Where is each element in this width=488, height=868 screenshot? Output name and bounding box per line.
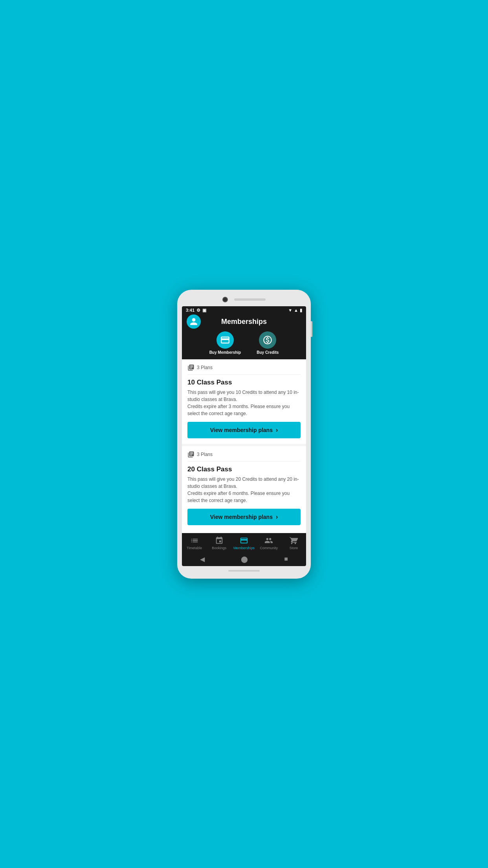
- header-top: Memberships: [187, 318, 301, 326]
- phone-device: 3:41 ⚙ ▣ ▼ ▲ ▮ Memberships: [177, 290, 311, 579]
- nav-label-memberships: Memberships: [233, 546, 255, 550]
- card-desc2-line2: Credits expire after 6 months. Please en…: [187, 491, 290, 503]
- membership-card-1: 3 Plans 10 Class Pass This pass will giv…: [182, 359, 306, 444]
- card-desc1-line1: This pass will give you 10 Credits to at…: [187, 390, 299, 402]
- nav-item-timetable[interactable]: Timetable: [182, 536, 207, 550]
- bottom-indicator: [228, 570, 260, 572]
- view-plans-button-1[interactable]: View membership plans ›: [187, 422, 301, 438]
- camera: [222, 297, 228, 302]
- plans-badge-2: 3 Plans: [187, 451, 301, 462]
- community-icon: [264, 536, 273, 545]
- buy-credits-button[interactable]: Buy Credits: [257, 331, 279, 355]
- power-button: [311, 321, 312, 337]
- status-bar: 3:41 ⚙ ▣ ▼ ▲ ▮: [182, 306, 306, 314]
- buy-credits-label: Buy Credits: [257, 350, 279, 355]
- nav-label-timetable: Timetable: [187, 546, 202, 550]
- phone-screen: 3:41 ⚙ ▣ ▼ ▲ ▮ Memberships: [182, 306, 306, 566]
- card-title-2: 20 Class Pass: [187, 465, 301, 473]
- header-actions: Buy Membership Buy Credits: [209, 331, 279, 355]
- app-header: Memberships Buy Membership: [182, 314, 306, 359]
- main-content: 3 Plans 10 Class Pass This pass will giv…: [182, 359, 306, 531]
- buy-membership-button[interactable]: Buy Membership: [209, 331, 241, 355]
- chevron-right-icon-2: ›: [276, 513, 278, 520]
- signal-icon: ▲: [294, 308, 298, 313]
- settings-icon: ⚙: [196, 308, 200, 313]
- battery-icon: ▮: [300, 308, 302, 313]
- nav-item-store[interactable]: Store: [281, 536, 306, 550]
- card-title-1: 10 Class Pass: [187, 379, 301, 386]
- page-title: Memberships: [221, 318, 267, 326]
- store-icon: [289, 536, 298, 545]
- plans-badge-icon-1: [187, 364, 194, 371]
- status-right: ▼ ▲ ▮: [288, 308, 302, 313]
- battery-small-icon: ▣: [202, 308, 206, 313]
- nav-item-community[interactable]: Community: [257, 536, 281, 550]
- view-plans-label-1: View membership plans: [210, 427, 273, 433]
- wifi-icon: ▼: [288, 308, 292, 313]
- view-plans-button-2[interactable]: View membership plans ›: [187, 509, 301, 525]
- card-desc1-line2: Credits expire after 3 months. Please en…: [187, 404, 290, 416]
- credits-icon: [262, 335, 273, 345]
- card-description-2: This pass will give you 20 Credits to at…: [187, 476, 301, 504]
- nav-item-memberships[interactable]: Memberships: [231, 536, 256, 550]
- memberships-icon: [240, 536, 248, 545]
- phone-bottom: [182, 570, 306, 572]
- plans-count-1: 3 Plans: [197, 365, 213, 370]
- plans-badge-1: 3 Plans: [187, 364, 301, 375]
- nav-item-bookings[interactable]: Bookings: [207, 536, 231, 550]
- chevron-right-icon-1: ›: [276, 427, 278, 434]
- speaker: [234, 298, 266, 301]
- plans-count-2: 3 Plans: [197, 452, 213, 457]
- membership-card-icon: [220, 335, 230, 345]
- nav-label-store: Store: [290, 546, 298, 550]
- buy-membership-icon-bg: [216, 331, 234, 349]
- android-nav: ◀ ⬤ ■: [182, 552, 306, 566]
- view-plans-label-2: View membership plans: [210, 514, 273, 520]
- card-desc2-line1: This pass will give you 20 Credits to at…: [187, 476, 299, 489]
- bottom-nav: Timetable Bookings Memberships Community: [182, 533, 306, 552]
- recents-button[interactable]: ■: [284, 555, 288, 563]
- buy-credits-icon-bg: [259, 331, 276, 349]
- buy-membership-label: Buy Membership: [209, 350, 241, 355]
- back-button[interactable]: ◀: [200, 555, 205, 563]
- membership-card-2: 3 Plans 20 Class Pass This pass will giv…: [182, 446, 306, 531]
- home-button[interactable]: ⬤: [241, 555, 248, 563]
- nav-label-bookings: Bookings: [212, 546, 226, 550]
- time-display: 3:41: [186, 308, 194, 313]
- status-left: 3:41 ⚙ ▣: [186, 308, 206, 313]
- user-icon: [189, 317, 198, 326]
- plans-badge-icon-2: [187, 451, 194, 458]
- avatar[interactable]: [187, 314, 201, 329]
- phone-top: [182, 297, 306, 302]
- bookings-icon: [215, 536, 224, 545]
- timetable-icon: [190, 536, 199, 545]
- card-description-1: This pass will give you 10 Credits to at…: [187, 389, 301, 417]
- nav-label-community: Community: [260, 546, 278, 550]
